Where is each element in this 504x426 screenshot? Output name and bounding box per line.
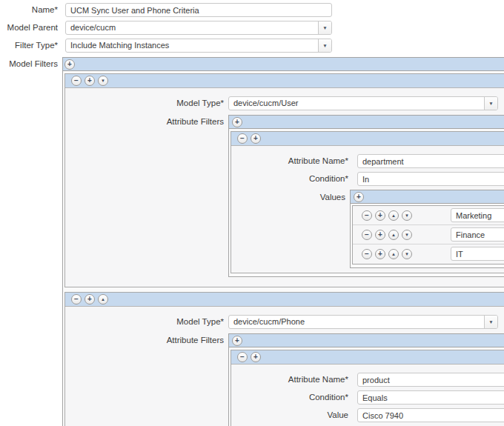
chevron-down-icon: ▼ bbox=[405, 252, 409, 256]
model-parent-label: Model Parent bbox=[0, 21, 58, 35]
add-attribute-filter-button[interactable]: + bbox=[251, 352, 261, 362]
remove-attribute-filter-button[interactable]: − bbox=[237, 133, 248, 144]
plus-icon: + bbox=[378, 250, 382, 258]
plus-icon: + bbox=[87, 296, 92, 303]
model-type-label: Model Type* bbox=[65, 96, 224, 110]
model-type-select[interactable]: device/cucm/Phone ▼ bbox=[228, 315, 498, 329]
add-value-button[interactable]: + bbox=[354, 192, 364, 202]
dropdown-arrow-icon[interactable]: ▼ bbox=[318, 21, 331, 34]
model-filters-add-bar: + bbox=[63, 58, 504, 71]
move-value-down-button[interactable]: ▼ bbox=[402, 210, 412, 221]
value-input[interactable] bbox=[451, 227, 504, 242]
dropdown-arrow-icon[interactable]: ▼ bbox=[484, 97, 497, 110]
minus-icon: − bbox=[74, 77, 79, 84]
attribute-filters-add-bar: + bbox=[229, 334, 504, 347]
model-filter-panel-header: − + ▼ bbox=[65, 74, 504, 88]
attribute-filter-panel: − + Attribute Name* Condition* Value bbox=[231, 350, 504, 426]
name-input[interactable] bbox=[65, 3, 332, 17]
minus-icon: − bbox=[240, 135, 245, 142]
values-list: − + ▲ ▼ − + ▲ ▼ bbox=[352, 205, 504, 264]
attribute-name-input[interactable] bbox=[357, 154, 504, 168]
attribute-filter-panel-header: − + bbox=[231, 350, 504, 365]
add-attribute-filter-button[interactable]: + bbox=[232, 336, 242, 346]
model-filters-label: Model Filters bbox=[0, 57, 58, 71]
add-value-button[interactable]: + bbox=[375, 249, 385, 259]
plus-icon: + bbox=[378, 212, 382, 219]
model-type-select[interactable]: device/cucm/User ▼ bbox=[228, 96, 498, 110]
model-filter-panel-phone: − + ▲ Model Type* device/cucm/Phone ▼ At… bbox=[64, 292, 504, 426]
model-parent-select[interactable]: device/cucm ▼ bbox=[65, 21, 332, 35]
condition-label: Condition* bbox=[231, 390, 348, 405]
dropdown-arrow-icon[interactable]: ▼ bbox=[318, 39, 331, 52]
condition-label: Condition* bbox=[231, 172, 348, 186]
add-attribute-filter-button[interactable]: + bbox=[232, 117, 242, 127]
move-up-button[interactable]: ▲ bbox=[98, 294, 108, 304]
filter-type-value: Include Matching Instances bbox=[70, 39, 169, 52]
move-value-down-button[interactable]: ▼ bbox=[402, 249, 412, 259]
chevron-up-icon: ▲ bbox=[391, 233, 396, 237]
minus-icon: − bbox=[365, 250, 369, 258]
attribute-filters-label: Attribute Filters bbox=[65, 333, 224, 347]
value-row: − + ▲ ▼ bbox=[353, 244, 504, 264]
model-type-value: device/cucm/Phone bbox=[233, 316, 305, 328]
value-input[interactable] bbox=[451, 208, 504, 222]
plus-icon: + bbox=[87, 77, 92, 84]
value-row: − + ▲ ▼ bbox=[353, 225, 504, 244]
move-value-up-button[interactable]: ▲ bbox=[388, 249, 399, 259]
remove-value-button[interactable]: − bbox=[362, 249, 372, 259]
name-label: Name* bbox=[0, 3, 58, 17]
model-parent-value: device/cucm bbox=[70, 21, 116, 34]
attribute-filters-add-bar: + bbox=[229, 116, 504, 129]
value-label: Value bbox=[231, 408, 348, 422]
plus-icon: + bbox=[235, 119, 239, 126]
remove-value-button[interactable]: − bbox=[362, 210, 372, 221]
plus-icon: + bbox=[67, 61, 72, 68]
add-value-button[interactable]: + bbox=[375, 230, 385, 240]
chevron-down-icon: ▼ bbox=[405, 233, 409, 237]
move-down-button[interactable]: ▼ bbox=[98, 76, 108, 86]
chevron-up-icon: ▲ bbox=[101, 297, 105, 302]
attribute-filters-group: + − + Attribute Name* Condition* Values … bbox=[228, 115, 504, 277]
values-label: Values bbox=[231, 190, 345, 204]
remove-value-button[interactable]: − bbox=[362, 230, 372, 240]
add-model-filter-button[interactable]: + bbox=[64, 59, 75, 70]
dropdown-arrow-icon[interactable]: ▼ bbox=[484, 316, 497, 328]
move-value-up-button[interactable]: ▲ bbox=[388, 210, 399, 221]
value-row: − + ▲ ▼ bbox=[353, 206, 504, 225]
move-value-up-button[interactable]: ▲ bbox=[388, 230, 399, 240]
add-value-button[interactable]: + bbox=[375, 210, 385, 221]
add-attribute-filter-button[interactable]: + bbox=[251, 133, 261, 144]
minus-icon: − bbox=[240, 353, 245, 361]
chevron-up-icon: ▲ bbox=[391, 252, 396, 256]
add-model-filter-button[interactable]: + bbox=[84, 294, 95, 304]
model-type-value: device/cucm/User bbox=[233, 97, 298, 110]
model-type-label: Model Type* bbox=[65, 315, 224, 329]
minus-icon: − bbox=[365, 212, 369, 219]
condition-input[interactable] bbox=[357, 172, 504, 186]
attribute-filters-group: + − + Attribute Name* Condition* Value bbox=[228, 333, 504, 426]
add-model-filter-button[interactable]: + bbox=[84, 76, 95, 86]
model-filters-group: + − + ▼ Model Type* device/cucm/User ▼ A… bbox=[62, 57, 504, 426]
move-value-down-button[interactable]: ▼ bbox=[402, 230, 412, 240]
condition-input[interactable] bbox=[357, 390, 504, 405]
attribute-filter-panel-header: − + bbox=[231, 132, 504, 146]
plus-icon: + bbox=[253, 353, 258, 361]
values-add-bar: + bbox=[351, 190, 504, 204]
value-input[interactable] bbox=[451, 247, 504, 261]
remove-attribute-filter-button[interactable]: − bbox=[237, 352, 248, 362]
chevron-up-icon: ▲ bbox=[391, 213, 396, 218]
model-filter-panel-header: − + ▲ bbox=[65, 293, 504, 307]
chevron-down-icon: ▼ bbox=[101, 79, 105, 83]
model-filter-panel-user: − + ▼ Model Type* device/cucm/User ▼ Att… bbox=[64, 73, 504, 287]
minus-icon: − bbox=[365, 231, 369, 239]
plus-icon: + bbox=[235, 337, 239, 345]
attribute-name-label: Attribute Name* bbox=[231, 154, 348, 168]
minus-icon: − bbox=[74, 296, 79, 303]
attribute-name-input[interactable] bbox=[357, 373, 504, 387]
remove-model-filter-button[interactable]: − bbox=[71, 294, 82, 304]
filter-type-select[interactable]: Include Matching Instances ▼ bbox=[65, 39, 332, 53]
attribute-filter-panel: − + Attribute Name* Condition* Values + … bbox=[231, 131, 504, 273]
value-input[interactable] bbox=[357, 408, 504, 422]
chevron-down-icon: ▼ bbox=[405, 213, 409, 218]
remove-model-filter-button[interactable]: − bbox=[71, 76, 82, 86]
